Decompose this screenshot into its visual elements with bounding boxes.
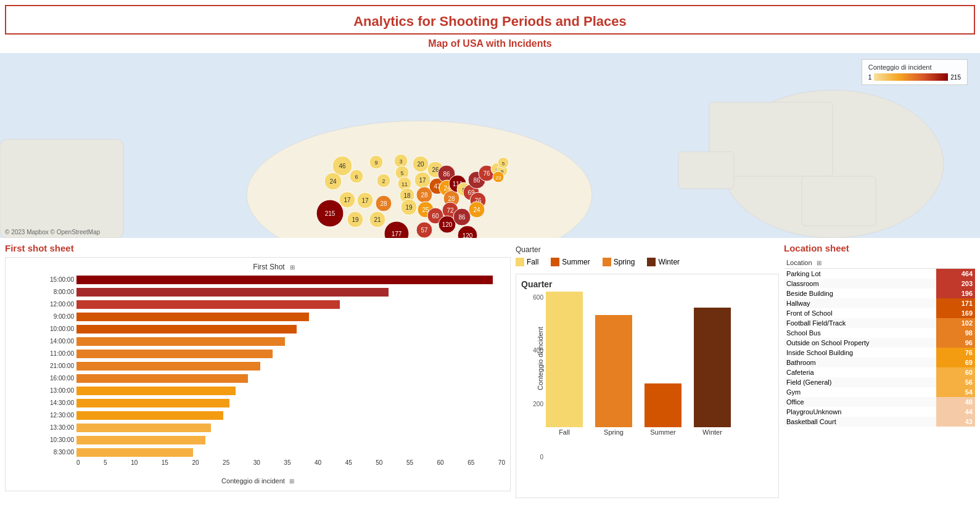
- bar-fill: [76, 325, 297, 334]
- x-tick: 55: [406, 459, 413, 466]
- middle-panel: Quarter FallSummerSpringWinter Quarter 6…: [516, 243, 779, 498]
- map-copyright: © 2023 Mapbox © OpenStreetMap: [5, 229, 100, 235]
- location-count: 171: [936, 298, 975, 308]
- location-count: 54: [936, 387, 975, 397]
- bar-row: 13:00:00: [43, 385, 505, 396]
- bar-row: 13:30:00: [43, 422, 505, 433]
- bar-label: 12:30:00: [43, 412, 76, 419]
- bar-fill: [76, 411, 223, 420]
- table-row: Parking Lot464: [784, 269, 975, 279]
- location-name: Hallway: [784, 298, 936, 308]
- v-bar: [546, 292, 583, 427]
- bar-row: 8:00:00: [43, 286, 505, 298]
- svg-text:17: 17: [419, 177, 426, 184]
- bar-track: [76, 337, 505, 346]
- table-row: Cafeteria60: [784, 367, 975, 377]
- bar-label: 12:00:00: [43, 301, 76, 308]
- svg-text:120: 120: [463, 232, 473, 238]
- bar-label: 21:00:00: [43, 362, 76, 369]
- location-count: 44: [936, 407, 975, 417]
- location-count: 203: [936, 279, 975, 289]
- bar-track: [76, 288, 505, 297]
- first-shot-panel: First shot sheet First Shot ⊞ 15:00:008:…: [5, 243, 511, 498]
- bar-row: 11:00:00: [43, 348, 505, 359]
- bar-fill: [76, 362, 260, 370]
- quarter-legend-item: Fall: [516, 258, 538, 266]
- quarter-legend-label: Winter: [658, 258, 680, 266]
- location-name: Parking Lot: [784, 269, 936, 279]
- svg-text:2: 2: [382, 178, 385, 184]
- svg-text:3: 3: [399, 158, 402, 165]
- quarter-legend-label: Summer: [562, 258, 590, 266]
- v-bar-group: Summer: [644, 383, 681, 436]
- table-row: Outside on School Property96: [784, 338, 975, 348]
- bar-fill: [76, 436, 205, 444]
- x-tick: 5: [104, 459, 107, 466]
- bar-label: 16:00:00: [43, 375, 76, 382]
- table-row: Hallway171: [784, 298, 975, 308]
- bar-fill: [76, 424, 211, 432]
- first-shot-chart: First Shot ⊞ 15:00:008:00:0012:00:009:00…: [5, 257, 511, 491]
- location-count: 464: [936, 269, 975, 279]
- bar-label: 8:00:00: [43, 289, 76, 295]
- quarter-legend-swatch: [603, 258, 611, 266]
- svg-text:86: 86: [443, 171, 450, 178]
- svg-text:57: 57: [421, 227, 428, 234]
- location-table-body: Parking Lot464Classroom203Beside Buildin…: [784, 269, 975, 427]
- bar-row: 16:00:00: [43, 372, 505, 384]
- bar-row: 21:00:00: [43, 360, 505, 372]
- bar-row: 14:30:00: [43, 397, 505, 409]
- svg-rect-6: [678, 152, 734, 189]
- svg-text:28: 28: [421, 192, 428, 199]
- legend-min: 1: [868, 74, 872, 81]
- svg-text:20: 20: [417, 161, 424, 168]
- svg-text:86: 86: [458, 214, 466, 221]
- quarter-legend-label: Spring: [614, 258, 635, 266]
- bar-track: [76, 411, 505, 420]
- svg-text:19: 19: [405, 204, 413, 211]
- x-tick: 70: [498, 459, 505, 466]
- bar-row: 15:00:00: [43, 274, 505, 285]
- first-shot-title: First shot sheet: [5, 243, 511, 253]
- svg-text:23: 23: [496, 175, 501, 181]
- bar-track: [76, 399, 505, 407]
- bar-track: [76, 448, 505, 457]
- svg-text:46: 46: [339, 163, 346, 170]
- bar-fill: [76, 337, 285, 346]
- svg-text:18: 18: [403, 192, 411, 199]
- table-row: Front of School169: [784, 308, 975, 318]
- x-axis-labels: 0510152025303540455055606570: [43, 459, 505, 466]
- location-name: Beside Building: [784, 289, 936, 298]
- quarter-chart-title: Quarter: [521, 279, 773, 289]
- map-title: Map of USA with Incidents: [0, 35, 980, 53]
- legend-title: Conteggio di incident: [868, 63, 961, 71]
- quarter-legend-label: Fall: [527, 258, 538, 266]
- bar-track: [76, 374, 505, 383]
- bar-row: 10:30:00: [43, 434, 505, 446]
- table-row: PlaygrouUnknown44: [784, 407, 975, 417]
- bar-track: [76, 350, 505, 358]
- svg-text:11: 11: [401, 181, 408, 187]
- location-name: Gym: [784, 387, 936, 397]
- map-legend: Conteggio di incident 1 215: [862, 59, 968, 85]
- svg-text:17: 17: [344, 197, 351, 203]
- bar-track: [76, 424, 505, 432]
- x-tick: 35: [284, 459, 290, 466]
- table-row: Classroom203: [784, 279, 975, 289]
- legend-max: 215: [950, 74, 961, 81]
- svg-text:177: 177: [392, 231, 402, 237]
- location-count: 48: [936, 397, 975, 407]
- location-count: 196: [936, 289, 975, 298]
- bar-track: [76, 313, 505, 321]
- bar-label: 10:30:00: [43, 436, 76, 443]
- x-tick: 0: [76, 459, 80, 466]
- svg-text:24: 24: [473, 207, 480, 213]
- v-bar-group: Fall: [546, 292, 583, 436]
- location-count: 60: [936, 367, 975, 377]
- quarter-legend-item: Winter: [647, 258, 680, 266]
- location-name: Football Field/Track: [784, 318, 936, 328]
- location-name: Classroom: [784, 279, 936, 289]
- location-name: Inside School Building: [784, 348, 936, 358]
- svg-text:21: 21: [374, 216, 381, 223]
- quarter-chart-panel: Quarter 6004002000 Conteggio di incident…: [516, 274, 779, 498]
